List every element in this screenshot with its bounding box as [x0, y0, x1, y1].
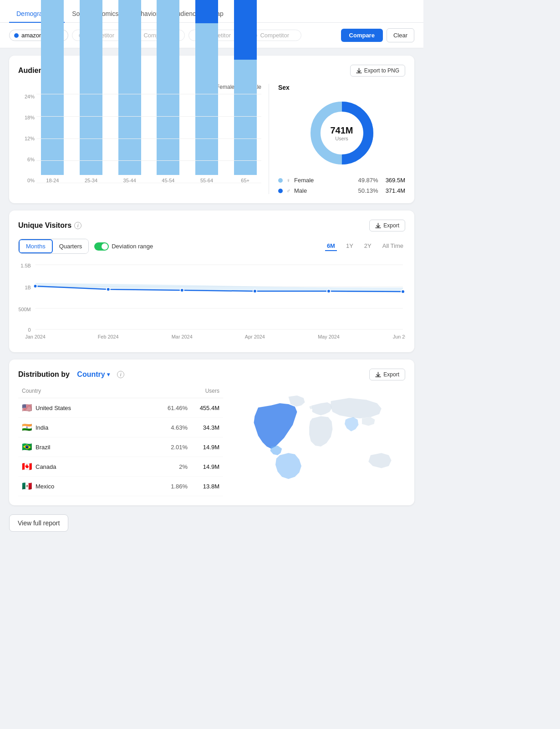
domain-dot: [14, 33, 19, 38]
bar-stack: [118, 0, 141, 175]
bar-stack: [195, 0, 218, 175]
country-table: 🇺🇸 United States 61.46% 455.4M 🇮🇳 India …: [18, 398, 223, 496]
audience-grid: ✓ Female ✓ Male 24% 18%: [18, 84, 405, 194]
country-flag: 🇨🇦: [22, 462, 32, 472]
bar-group-65+: 65+: [229, 0, 261, 183]
donut-container: 741M Users: [278, 97, 405, 169]
table-row: 🇮🇳 India 4.63% 34.3M: [18, 418, 223, 437]
svg-point-14: [327, 289, 331, 293]
bar-stack: [157, 0, 179, 175]
country-users: 34.3M: [197, 424, 219, 431]
female-name: Female: [294, 177, 355, 184]
bar-male: [234, 0, 257, 60]
country-flag: 🇧🇷: [22, 442, 32, 452]
competitor-placeholder-4: Competitor: [260, 32, 289, 39]
male-dot: [278, 189, 283, 193]
bar-group-45-54: 45-54: [152, 0, 184, 183]
svg-text:1.5B: 1.5B: [20, 263, 31, 268]
clear-button[interactable]: Clear: [387, 28, 414, 42]
bar-chart: 24% 18% 12% 6% 0%: [18, 94, 261, 194]
range-1y[interactable]: 1Y: [344, 241, 355, 251]
bar-male: [195, 0, 218, 23]
bar-female: [157, 0, 179, 175]
line-chart-container: 1.5B 1B 500M 0: [18, 261, 405, 343]
main-content: Audience i Export to PNG ✓ Female: [0, 48, 423, 539]
country-pct: 2.01%: [165, 444, 188, 451]
female-dot: [278, 178, 283, 183]
bar-stack: [41, 0, 64, 175]
country-table-wrapper: Country Users 🇺🇸 United States 61.46% 45…: [18, 388, 223, 496]
deviation-switch[interactable]: [94, 242, 109, 251]
audience-card: Audience i Export to PNG ✓ Female: [9, 56, 414, 203]
visitors-title: Unique Visitors i: [18, 221, 81, 230]
visitors-export-button[interactable]: Export: [369, 220, 405, 231]
bar-group-25-34: 25-34: [75, 0, 107, 183]
country-flag: 🇺🇸: [22, 403, 32, 413]
table-row: 🇺🇸 United States 61.46% 455.4M: [18, 398, 223, 418]
range-6m[interactable]: 6M: [325, 241, 337, 251]
export-icon: [356, 68, 362, 74]
world-map-container: [232, 388, 405, 490]
distribution-card: Distribution by Country ▾ i Export Count…: [9, 359, 414, 505]
months-toggle[interactable]: Months: [19, 239, 53, 253]
sex-section: Sex 741M Users: [269, 84, 405, 194]
distribution-title: Distribution by Country ▾ i: [18, 370, 124, 379]
svg-point-11: [107, 287, 110, 291]
bar-group-18-24: 18-24: [36, 0, 69, 183]
quarters-toggle[interactable]: Quarters: [53, 239, 89, 253]
time-range-controls: 6M 1Y 2Y All Time: [325, 241, 405, 251]
bar-group-35-44: 35-44: [113, 0, 146, 183]
country-pct: 61.46%: [165, 405, 188, 411]
bars-container: 18-24 25-34 35-44 45-54 55-6: [36, 94, 261, 194]
visitors-info-icon[interactable]: i: [74, 222, 81, 229]
bar-female: [195, 23, 218, 175]
audience-export-button[interactable]: Export to PNG: [350, 65, 405, 77]
bar-female: [80, 0, 102, 175]
svg-point-15: [401, 290, 405, 293]
svg-text:Jun 2024: Jun 2024: [393, 334, 405, 339]
country-pct: 2%: [165, 463, 188, 470]
compare-button[interactable]: Compare: [341, 29, 383, 42]
svg-text:Jan 2024: Jan 2024: [25, 334, 46, 339]
female-count: 369.5M: [386, 177, 405, 184]
distribution-info-icon[interactable]: i: [117, 371, 124, 378]
switch-thumb: [102, 243, 108, 250]
bar-label: 65+: [229, 178, 261, 183]
svg-text:Apr 2024: Apr 2024: [245, 334, 265, 339]
svg-point-12: [180, 288, 184, 292]
bar-label: 25-34: [75, 178, 107, 183]
sex-title: Sex: [278, 84, 405, 91]
donut-label: Users: [330, 136, 353, 141]
range-2y[interactable]: 2Y: [362, 241, 373, 251]
unique-visitors-card: Unique Visitors i Export Months Quarters…: [9, 210, 414, 352]
period-toggle-group: Months Quarters: [18, 239, 89, 254]
male-name: Male: [294, 187, 355, 194]
bar-label: 55-64: [191, 178, 223, 183]
deviation-toggle: Deviation range: [94, 242, 153, 251]
bar-label: 35-44: [113, 178, 146, 183]
bar-female: [41, 0, 64, 175]
male-count: 371.4M: [386, 187, 405, 194]
country-pct: 4.63%: [165, 424, 188, 431]
svg-point-13: [253, 289, 257, 293]
country-name: Mexico: [36, 483, 165, 490]
y-axis: 24% 18% 12% 6% 0%: [18, 94, 35, 194]
distribution-export-button[interactable]: Export: [369, 369, 405, 380]
svg-text:1B: 1B: [25, 285, 31, 290]
female-pct: 49.87%: [358, 177, 378, 184]
age-chart-area: ✓ Female ✓ Male 24% 18%: [18, 84, 261, 194]
donut-total: 741M: [330, 125, 353, 136]
range-alltime[interactable]: All Time: [381, 241, 405, 251]
bar-female: [234, 60, 257, 175]
table-row: 🇲🇽 Mexico 1.86% 13.8M: [18, 477, 223, 496]
sex-legend: ♀ Female 49.87% 369.5M ♂ Male 50.13% 371…: [278, 177, 405, 194]
male-pct: 50.13%: [358, 187, 378, 194]
svg-text:500M: 500M: [19, 307, 31, 312]
country-users: 13.8M: [197, 483, 219, 490]
country-section: Country Users 🇺🇸 United States 61.46% 45…: [18, 388, 405, 496]
category-label[interactable]: Country: [77, 370, 105, 379]
country-users: 14.9M: [197, 444, 219, 451]
distribution-dropdown[interactable]: Country ▾: [77, 370, 109, 379]
country-name: India: [36, 424, 165, 431]
view-full-report-button[interactable]: View full report: [9, 514, 68, 532]
